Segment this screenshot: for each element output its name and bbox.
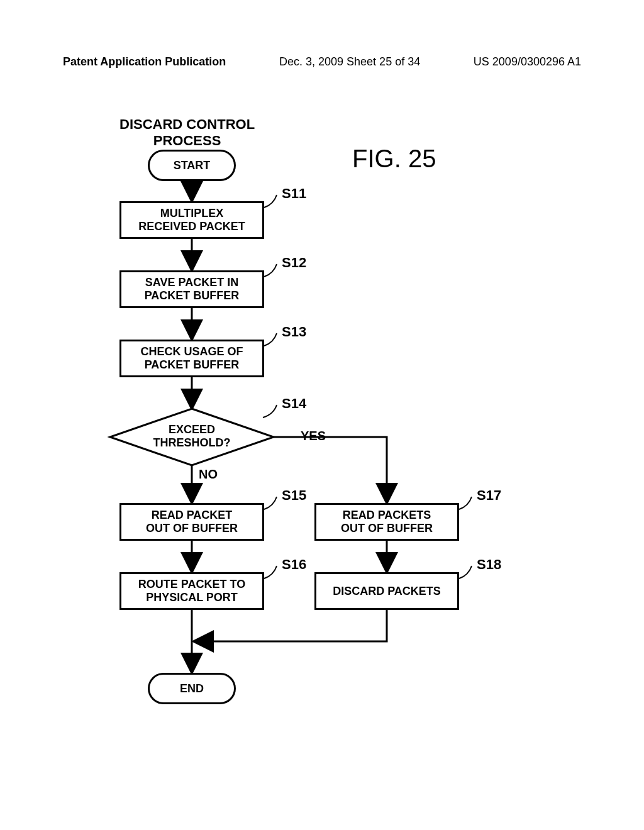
title-line-1: DISCARD CONTROL: [119, 116, 255, 132]
step-s15-box: READ PACKETOUT OF BUFFER: [119, 503, 264, 541]
step-s12-box: SAVE PACKET INPACKET BUFFER: [119, 270, 264, 308]
step-s18-box: DISCARD PACKETS: [314, 572, 459, 610]
step-s16-box: ROUTE PACKET TOPHYSICAL PORT: [119, 572, 264, 610]
step-s13-label: S13: [282, 324, 306, 340]
start-node: START: [148, 150, 236, 181]
flowchart-container: START MULTIPLEXRECEIVED PACKET S11 SAVE …: [75, 145, 579, 773]
branch-yes: YES: [301, 429, 326, 443]
step-s18-label: S18: [477, 556, 501, 573]
publication-number: US 2009/0300296 A1: [474, 55, 581, 69]
page-header: Patent Application Publication Dec. 3, 2…: [63, 55, 581, 69]
step-s12-label: S12: [282, 255, 306, 271]
branch-no: NO: [199, 467, 218, 482]
step-s15-label: S15: [282, 487, 306, 504]
step-s16-label: S16: [282, 556, 306, 573]
step-s11-box: MULTIPLEXRECEIVED PACKET: [119, 201, 264, 239]
step-s17-box: READ PACKETSOUT OF BUFFER: [314, 503, 459, 541]
step-s14-decision: EXCEEDTHRESHOLD?: [151, 423, 233, 449]
step-s17-label: S17: [477, 487, 501, 504]
step-s14-label: S14: [282, 396, 306, 412]
step-s13-box: CHECK USAGE OFPACKET BUFFER: [119, 340, 264, 377]
step-s11-label: S11: [282, 185, 306, 202]
publication-type: Patent Application Publication: [63, 55, 226, 69]
end-node: END: [148, 673, 236, 704]
date-sheet-info: Dec. 3, 2009 Sheet 25 of 34: [279, 55, 420, 69]
